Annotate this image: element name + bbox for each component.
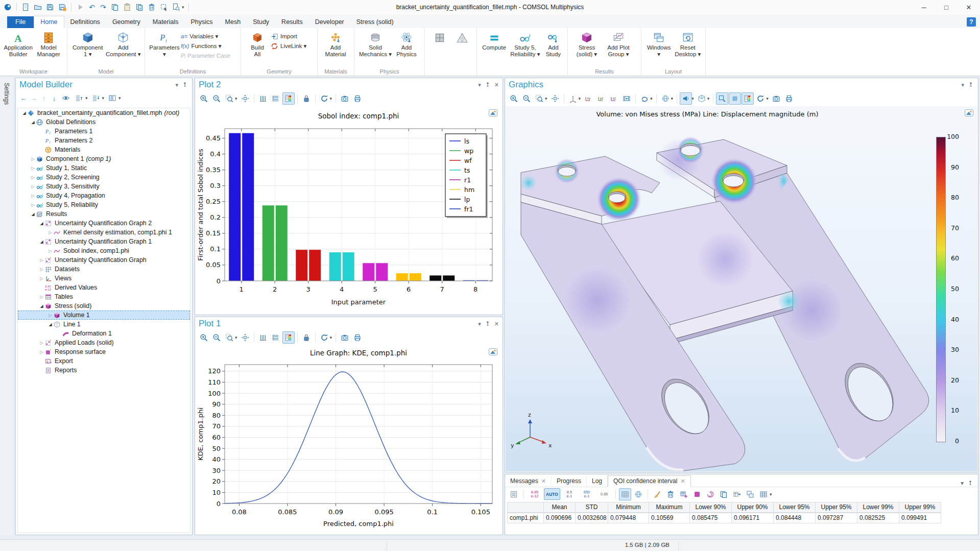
mesh-1-button[interactable]	[451, 30, 473, 44]
expanded-arrow-icon[interactable]: ◢	[38, 221, 45, 226]
tree-item-uncertainty-quantification-graph-1[interactable]: ◢Uncertainty Quantification Graph 1	[18, 237, 190, 246]
collapsed-arrow-icon[interactable]: ▷	[30, 157, 36, 161]
full-precision-globe-icon[interactable]	[632, 488, 644, 500]
reset-desktop-button[interactable]: Reset Desktop ▾	[674, 30, 703, 58]
solid-mechanics-button[interactable]: Solid Mechanics ▾	[357, 30, 393, 58]
tree-item-export[interactable]: Export	[18, 356, 190, 366]
pin-icon[interactable]	[181, 81, 188, 88]
tree-item-volume-1[interactable]: ▷Volume 1	[18, 310, 190, 320]
menu-tab-home[interactable]: Home	[34, 16, 64, 28]
tree-item-applied-loads-solid-[interactable]: ▷*Applied Loads (solid)	[18, 338, 190, 347]
colorbar-toggle-icon[interactable]	[742, 92, 754, 105]
menu-tab-mesh[interactable]: Mesh	[219, 16, 247, 28]
collapsed-arrow-icon[interactable]: ▷	[47, 249, 54, 253]
settings-side-tab[interactable]: Settings	[0, 78, 14, 535]
default-view-icon[interactable]	[567, 92, 579, 105]
x-grid-icon[interactable]	[257, 331, 269, 344]
zoom-out-icon[interactable]	[210, 331, 223, 344]
table-options-icon[interactable]	[757, 488, 770, 500]
zoom-extents-icon[interactable]	[549, 92, 561, 105]
menu-tab-definitions[interactable]: Definitions	[64, 16, 106, 28]
info-tab-progress[interactable]: Progress	[552, 476, 587, 487]
close-panel-icon[interactable]: ✕	[494, 82, 499, 88]
collapsed-arrow-icon[interactable]: ▷	[30, 203, 36, 207]
tree-item-datasets[interactable]: ▷Datasets	[18, 265, 190, 274]
windows-button[interactable]: Windows ▾	[644, 30, 674, 58]
collapsed-arrow-icon[interactable]: ▷	[30, 194, 36, 198]
move-up-button[interactable]: ↑	[39, 94, 49, 102]
tree-item-line-1[interactable]: ◢Line 1	[18, 320, 190, 329]
zoom-in-icon[interactable]	[198, 92, 210, 105]
collapsed-arrow-icon[interactable]: ▷	[38, 276, 45, 281]
color-legend-toggle-icon[interactable]	[282, 92, 295, 105]
close-button[interactable]: ✕	[958, 1, 980, 14]
scene-light-icon[interactable]	[659, 92, 672, 105]
tree-item-study-2-screening[interactable]: ▷Study 2, Screening	[18, 173, 190, 182]
surface-plot-icon[interactable]	[691, 488, 703, 500]
close-panel-icon[interactable]: ✕	[494, 321, 499, 327]
expanded-arrow-icon[interactable]: ◢	[38, 304, 45, 308]
lock-axes-icon[interactable]	[300, 331, 313, 344]
expanded-arrow-icon[interactable]: ◢	[21, 111, 28, 115]
back-button[interactable]: ←	[19, 94, 28, 102]
qat-dropdown-icon[interactable]: ▾	[182, 5, 184, 10]
build-all-button[interactable]: Build All	[244, 30, 271, 58]
pin-icon[interactable]	[967, 81, 974, 88]
collapsed-arrow-icon[interactable]: ▷	[47, 313, 54, 318]
info-tab-qoi-confidence-interval[interactable]: QOI confidence interval✕	[608, 475, 691, 487]
number-format-button-8.85-e-12[interactable]: 8.85e-12	[527, 488, 543, 500]
tree-item-parameters-1[interactable]: PiParameters 1	[18, 127, 190, 136]
clear-table-icon[interactable]	[651, 488, 663, 500]
panel-menu-icon[interactable]: ▾	[961, 480, 964, 487]
tree-item-uncertainty-quantification-graph[interactable]: ▷*Uncertainty Quantification Graph	[18, 255, 190, 265]
model-manager-button[interactable]: Model Manager	[34, 30, 64, 58]
parameters-button[interactable]: Pi Parameters ▾	[148, 30, 181, 58]
color-legend-toggle-icon[interactable]	[282, 331, 295, 344]
tree-item-tables[interactable]: ▷Tables	[18, 292, 190, 301]
info-tab-log[interactable]: Log	[587, 476, 608, 487]
collapsed-arrow-icon[interactable]: ▷	[38, 295, 45, 299]
tree-item-parameters-2[interactable]: PiParameters 2	[18, 136, 190, 145]
collapsed-arrow-icon[interactable]: ▷	[38, 350, 45, 354]
pin-icon[interactable]	[484, 81, 491, 88]
snapshot-icon[interactable]	[339, 331, 351, 344]
variables-button[interactable]: a= Variables ▾	[181, 32, 230, 40]
duplicate-table-icon[interactable]	[744, 488, 756, 500]
tree-item-deformation-1[interactable]: Deformation 1	[18, 329, 190, 338]
application-builder-button[interactable]: A Application Builder	[3, 30, 34, 58]
add-study-button[interactable]: Add Study	[542, 30, 564, 58]
lock-axes-icon[interactable]	[300, 92, 313, 105]
collapsed-arrow-icon[interactable]: ▷	[30, 175, 36, 180]
tree-item-uncertainty-quantification-graph-2[interactable]: ◢Uncertainty Quantification Graph 2	[18, 219, 190, 228]
add-physics-button[interactable]: Add Physics	[393, 30, 420, 58]
study-5-reliability-button[interactable]: Study 5, Reliability ▾	[508, 30, 542, 58]
full-precision-icon[interactable]	[508, 488, 520, 500]
number-format-button-0.85[interactable]: 0.85	[596, 488, 612, 500]
update-icon[interactable]	[704, 488, 716, 500]
menu-tab-results[interactable]: Results	[275, 16, 309, 28]
minimize-button[interactable]: ─	[913, 1, 935, 14]
table-row[interactable]: comp1.phi0.0906960.00326080.0794480.1056…	[507, 513, 978, 523]
close-tab-icon[interactable]: ✕	[541, 478, 546, 485]
view-xy-icon[interactable]: xy	[582, 92, 594, 105]
expanded-arrow-icon[interactable]: ◢	[38, 239, 45, 244]
dataset-thumbnail-icon[interactable]	[489, 109, 497, 116]
component-1-button[interactable]: Component 1 ▾	[70, 30, 105, 58]
print-icon[interactable]	[783, 92, 795, 105]
add-table-icon[interactable]	[678, 488, 690, 500]
view-cube-icon[interactable]	[696, 92, 708, 105]
build-mesh-button[interactable]	[428, 30, 451, 44]
stress-solid-button[interactable]: Stress (solid) ▾	[571, 30, 603, 58]
collapsed-arrow-icon[interactable]: ▷	[30, 166, 36, 171]
table-view-icon[interactable]	[619, 488, 631, 500]
snapshot-icon[interactable]	[770, 92, 782, 105]
undo-button[interactable]: ↶	[87, 3, 97, 11]
collapsed-arrow-icon[interactable]: ▷	[30, 184, 36, 189]
snapshot-icon[interactable]	[339, 92, 351, 105]
panel-menu-icon[interactable]: ▾	[175, 82, 178, 88]
collapsed-arrow-icon[interactable]: ▷	[47, 230, 54, 235]
bracket-3d-model[interactable]: z y x	[506, 106, 977, 471]
menu-tab-study[interactable]: Study	[247, 16, 275, 28]
tree-item-study-3-sensitivity[interactable]: ▷Study 3, Sensitivity	[18, 182, 190, 191]
menu-tab-file[interactable]: File	[7, 16, 34, 28]
